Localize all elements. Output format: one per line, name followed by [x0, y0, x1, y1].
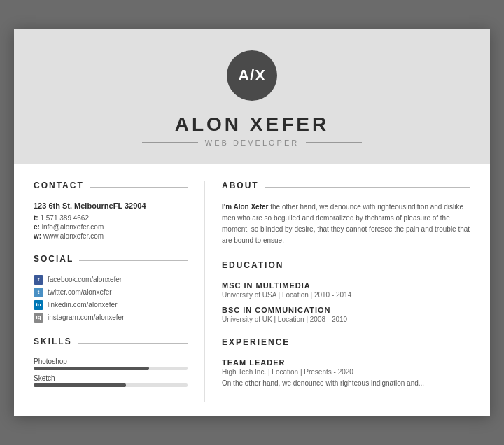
experience-section-header: EXPERIENCE — [222, 337, 470, 351]
facebook-url: facebook.com/alonxefer — [48, 276, 122, 283]
exp-title-0: TEAM LEADER — [222, 358, 470, 367]
contact-section-header: CONTACT — [34, 181, 188, 195]
edu-item-0: MSC IN MULTIMEDIA University of USA | Lo… — [222, 281, 470, 299]
edu-details-0: University of USA | Location | 2010 - 20… — [222, 291, 470, 299]
edu-degree-1: BSC IN COMMUNICATION — [222, 306, 470, 314]
right-column: ABOUT I'm Alon Xefer the other hand, we … — [204, 181, 470, 402]
skill-bar-bg-sketch — [34, 383, 188, 387]
about-section-header: ABOUT — [222, 181, 470, 195]
skill-photoshop: Photoshop — [34, 358, 188, 370]
about-text: I'm Alon Xefer the other hand, we denoun… — [222, 202, 470, 246]
twitter-url: twitter.com/alonxefer — [48, 288, 112, 296]
skills-header-line — [78, 343, 188, 344]
instagram-url: instagram.com/alonxefer — [48, 313, 125, 321]
education-section: EDUCATION MSC IN MULTIMEDIA University o… — [222, 260, 470, 323]
skill-bar-fill-sketch — [34, 383, 126, 387]
contact-website: w: www.alonxefer.com — [34, 232, 188, 240]
exp-details-0: High Tech Inc. | Location | Presents - 2… — [222, 368, 470, 376]
phone-label: t: — [34, 214, 38, 222]
left-column: CONTACT 123 6th St. MelbourneFL 32904 t:… — [34, 181, 188, 402]
email-label: e: — [34, 223, 40, 231]
skill-name-sketch: Sketch — [34, 374, 188, 382]
about-section: ABOUT I'm Alon Xefer the other hand, we … — [222, 181, 470, 246]
social-facebook[interactable]: f facebook.com/alonxefer — [34, 275, 188, 285]
web-label: w: — [34, 232, 41, 240]
divider-right — [306, 142, 362, 143]
name-dividers: WEB DEVELOPER — [142, 139, 362, 147]
facebook-icon: f — [34, 275, 43, 285]
logo-text: A/X — [238, 66, 266, 85]
resume-header: A/X ALON XEFER WEB DEVELOPER — [14, 29, 490, 164]
skill-bar-bg-photoshop — [34, 367, 188, 370]
resume-wrapper: A/X ALON XEFER WEB DEVELOPER CONTACT 123… — [14, 29, 490, 416]
resume-body: CONTACT 123 6th St. MelbourneFL 32904 t:… — [14, 164, 490, 416]
social-header-line — [79, 260, 188, 261]
full-name: ALON XEFER — [142, 113, 362, 136]
phone-value: 1 571 389 4662 — [40, 214, 89, 222]
exp-desc-0: On the other hand, we denounce with righ… — [222, 378, 470, 388]
about-intro-bold: I'm Alon Xefer — [222, 203, 268, 211]
social-section-header: SOCIAL — [34, 254, 188, 268]
education-header-line — [289, 267, 470, 267]
social-twitter[interactable]: t twitter.com/alonxefer — [34, 288, 188, 297]
experience-title: EXPERIENCE — [222, 337, 290, 347]
exp-item-0: TEAM LEADER High Tech Inc. | Location | … — [222, 358, 470, 388]
about-header-line — [265, 187, 470, 188]
linkedin-icon: in — [34, 300, 43, 310]
education-title: EDUCATION — [222, 260, 284, 270]
website-value: www.alonxefer.com — [43, 232, 104, 240]
contact-address: 123 6th St. MelbourneFL 32904 — [34, 202, 188, 210]
contact-email: e: info@alonxefer.com — [34, 223, 188, 231]
skills-section-header: SKILLS — [34, 337, 188, 351]
social-instagram[interactable]: ig instagram.com/alonxefer — [34, 313, 188, 323]
divider-left — [142, 142, 198, 143]
contact-title: CONTACT — [34, 181, 84, 190]
edu-degree-0: MSC IN MULTIMEDIA — [222, 281, 470, 290]
social-section: SOCIAL f facebook.com/alonxefer t twitte… — [34, 254, 188, 323]
edu-item-1: BSC IN COMMUNICATION University of UK | … — [222, 306, 470, 323]
contact-phone: t: 1 571 389 4662 — [34, 214, 188, 222]
email-value: info@alonxefer.com — [42, 223, 104, 231]
skill-sketch: Sketch — [34, 374, 188, 387]
skill-bar-fill-photoshop — [34, 367, 149, 370]
education-section-header: EDUCATION — [222, 260, 470, 274]
logo-circle: A/X — [227, 50, 277, 101]
contact-section: CONTACT 123 6th St. MelbourneFL 32904 t:… — [34, 181, 188, 240]
skills-section: SKILLS Photoshop Sketch — [34, 337, 188, 387]
experience-header-line — [295, 344, 470, 344]
social-linkedin[interactable]: in linkedin.com/alonxefer — [34, 300, 188, 310]
about-title: ABOUT — [222, 181, 259, 190]
name-block: ALON XEFER WEB DEVELOPER — [142, 113, 362, 150]
twitter-icon: t — [34, 288, 43, 297]
instagram-icon: ig — [34, 313, 43, 323]
experience-section: EXPERIENCE TEAM LEADER High Tech Inc. | … — [222, 337, 470, 388]
social-title: SOCIAL — [34, 254, 74, 264]
skills-title: SKILLS — [34, 337, 72, 346]
job-title: WEB DEVELOPER — [205, 139, 299, 147]
edu-details-1: University of UK | Location | 2008 - 201… — [222, 316, 470, 323]
contact-header-line — [90, 187, 188, 188]
skill-name-photoshop: Photoshop — [34, 358, 188, 365]
linkedin-url: linkedin.com/alonxefer — [48, 301, 118, 309]
